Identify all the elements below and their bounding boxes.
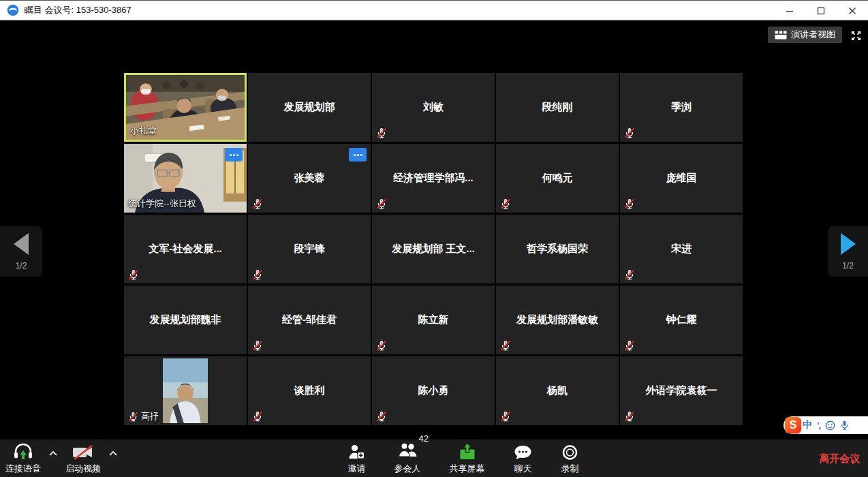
close-icon — [848, 7, 856, 15]
participant-name: 发展规划部魏非 — [124, 286, 247, 354]
chat-label: 聊天 — [514, 463, 532, 475]
participants-label: 参会人 — [394, 463, 421, 475]
participant-tile[interactable]: 谈胜利 — [248, 356, 371, 425]
participant-name: 季浏 — [620, 73, 743, 142]
leave-meeting-button[interactable]: 离开会议 — [819, 452, 860, 465]
mic-muted-icon — [624, 269, 635, 280]
chevron-up-icon — [109, 451, 117, 456]
participant-name: 刘敏 — [372, 73, 495, 142]
participant-name: 段宇锋 — [248, 215, 371, 283]
start-video-button[interactable]: 启动视频 — [65, 444, 101, 475]
participant-tile[interactable]: 杨凯 — [496, 356, 619, 425]
zhumu-logo-icon — [7, 4, 19, 16]
connect-audio-button[interactable]: 连接语音 — [5, 443, 41, 475]
participant-tile[interactable]: 外语学院袁筱一 — [620, 356, 743, 425]
participant-tile[interactable]: 庞维国 — [620, 144, 743, 213]
invite-label: 邀请 — [348, 463, 366, 475]
window-maximize-button[interactable] — [805, 1, 837, 20]
previous-page-arrow-icon — [14, 233, 29, 255]
chat-button[interactable]: 聊天 — [514, 444, 533, 475]
ime-mode-toggle[interactable]: 中 — [803, 419, 812, 431]
window-minimize-button[interactable] — [774, 1, 805, 20]
fullscreen-button[interactable] — [849, 29, 863, 42]
maximize-icon — [817, 7, 825, 15]
share-screen-icon — [458, 442, 476, 461]
participant-name: 外语学院袁筱一 — [620, 356, 743, 425]
participant-tile[interactable]: 发展规划部 — [248, 73, 371, 142]
participant-name: 经济管理学部冯... — [372, 144, 495, 213]
participants-icon — [397, 442, 418, 459]
speaker-view-icon — [775, 31, 787, 40]
page-indicator: 1/2 — [16, 261, 27, 271]
participant-grid: 小礼堂发展规划部刘敏段纯刚季浏统计学院--张日权张美蓉经济管理学部冯...何鸣元… — [124, 73, 743, 425]
ime-punctuation-toggle[interactable]: ’, — [817, 420, 820, 431]
participant-tile[interactable]: 段纯刚 — [496, 73, 619, 142]
participant-tile[interactable]: 统计学院--张日权 — [124, 144, 247, 213]
ime-toolbar: S 中 ’, — [784, 416, 868, 434]
tile-menu-button[interactable] — [349, 148, 367, 161]
participants-count-badge: 42 — [419, 433, 429, 444]
meeting-window: 瞩目 会议号: 153-530-3867 演讲者视图 — [0, 0, 868, 477]
start-video-label: 启动视频 — [65, 463, 101, 475]
participant-name: 杨凯 — [496, 356, 619, 425]
mic-muted-icon — [624, 198, 635, 209]
sogou-logo-icon[interactable]: S — [785, 417, 801, 433]
participant-tile[interactable]: 文军-社会发展... — [124, 215, 247, 283]
participant-tile[interactable]: 发展规划部潘敏敏 — [496, 286, 619, 354]
participant-tile[interactable]: 小礼堂 — [124, 73, 247, 142]
mic-muted-icon — [624, 127, 635, 138]
smiley-icon — [825, 420, 835, 431]
participant-name-label: 高抒 — [128, 410, 159, 422]
participant-name: 陈立新 — [372, 286, 495, 354]
participant-tile[interactable]: 钟仁耀 — [620, 286, 743, 354]
participant-name: 发展规划部潘敏敏 — [496, 286, 619, 354]
video-options-chevron[interactable] — [108, 445, 119, 460]
participant-tile[interactable]: 陈小勇 — [372, 356, 495, 425]
share-screen-button[interactable]: 共享屏幕 — [450, 442, 485, 475]
participant-tile[interactable]: 宋进 — [620, 215, 743, 283]
participant-name-label: 统计学院--张日权 — [128, 198, 196, 210]
participant-tile[interactable]: 刘敏 — [372, 73, 495, 142]
window-title: 瞩目 会议号: 153-530-3867 — [25, 4, 131, 16]
next-page-button[interactable]: 1/2 — [828, 226, 868, 277]
previous-page-button[interactable]: 1/2 — [0, 226, 42, 277]
participant-tile[interactable]: 高抒 — [124, 356, 247, 425]
participant-name: 哲学系杨国荣 — [496, 215, 619, 283]
invite-button[interactable]: 邀请 — [348, 444, 366, 475]
participant-tile[interactable]: 张美蓉 — [248, 144, 371, 213]
tile-menu-button[interactable] — [225, 148, 243, 161]
mic-muted-icon — [252, 411, 263, 422]
next-page-arrow-icon — [841, 233, 856, 255]
participant-tile[interactable]: 哲学系杨国荣 — [496, 215, 619, 283]
fullscreen-icon — [850, 30, 862, 42]
ime-emoji-button[interactable] — [825, 420, 835, 431]
window-close-button[interactable] — [837, 1, 868, 20]
participant-name: 小礼堂 — [130, 125, 157, 137]
participant-tile[interactable]: 经济管理学部冯... — [372, 144, 495, 213]
ime-voice-button[interactable] — [840, 420, 849, 431]
mic-muted-icon — [624, 411, 635, 422]
participants-button[interactable]: 42 参会人 — [394, 442, 421, 475]
participant-tile[interactable]: 陈立新 — [372, 286, 495, 354]
participant-name: 宋进 — [620, 215, 743, 283]
participant-tile[interactable]: 发展规划部魏非 — [124, 286, 247, 354]
chat-bubble-icon — [514, 444, 533, 461]
record-button[interactable]: 录制 — [561, 444, 579, 475]
participant-name: 发展规划部 王文... — [372, 215, 495, 283]
audio-options-chevron[interactable] — [48, 445, 59, 460]
connect-audio-label: 连接语音 — [5, 463, 41, 475]
green-up-arrow-icon — [20, 450, 27, 459]
ime-mic-icon — [840, 420, 849, 431]
speaker-view-button[interactable]: 演讲者视图 — [768, 27, 842, 43]
participant-tile[interactable]: 季浏 — [620, 73, 743, 142]
participant-tile[interactable]: 发展规划部 王文... — [372, 215, 495, 283]
participant-tile[interactable]: 段宇锋 — [248, 215, 371, 283]
window-titlebar: 瞩目 会议号: 153-530-3867 — [0, 0, 868, 20]
participant-name: 经管-邹佳君 — [248, 286, 371, 354]
share-screen-label: 共享屏幕 — [450, 463, 485, 475]
participant-name: 统计学院--张日权 — [128, 198, 196, 210]
participant-tile[interactable]: 何鸣元 — [496, 144, 619, 213]
page-indicator: 1/2 — [842, 261, 854, 271]
participant-name-label: 小礼堂 — [130, 125, 157, 137]
participant-tile[interactable]: 经管-邹佳君 — [248, 286, 371, 354]
